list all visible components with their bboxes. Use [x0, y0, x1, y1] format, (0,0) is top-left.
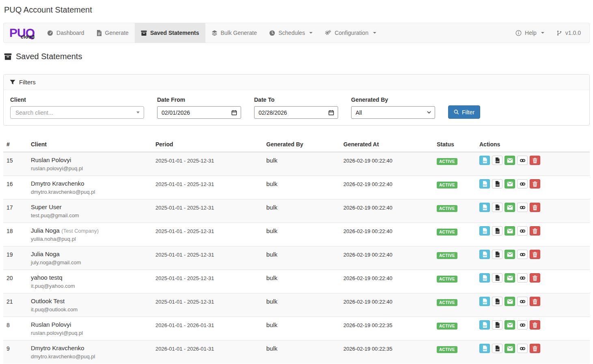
client-label: Client	[10, 96, 144, 103]
client-name: Outlook Test	[31, 298, 65, 304]
copy-link-button[interactable]	[517, 203, 528, 212]
nav-item-configuration[interactable]: Configuration	[319, 23, 382, 43]
link-icon	[520, 158, 526, 163]
chevron-down-icon	[427, 111, 431, 114]
dashboard-icon	[47, 30, 53, 36]
generated-by: bulk	[263, 199, 340, 223]
delete-button[interactable]	[530, 273, 540, 283]
download-csv-button[interactable]: CSV	[492, 179, 502, 188]
delete-button[interactable]	[530, 226, 540, 236]
actions-cell: PDF CSV	[476, 176, 590, 199]
nav-item-dashboard[interactable]: Dashboard	[41, 23, 91, 43]
client-cell: yahoo testq it.puq@yahoo.com	[28, 270, 152, 293]
send-email-button[interactable]	[505, 273, 515, 283]
download-pdf-button[interactable]: PDF	[479, 273, 490, 283]
delete-button[interactable]	[530, 250, 540, 259]
download-csv-button[interactable]: CSV	[492, 273, 502, 283]
date-from-input[interactable]: 02/01/2026	[157, 106, 241, 119]
copy-link-button[interactable]	[517, 156, 528, 165]
link-icon	[520, 182, 526, 186]
delete-button[interactable]	[530, 203, 540, 212]
navbar-right: Help v1.0.0	[509, 23, 589, 43]
link-icon	[520, 323, 526, 328]
client-search-placeholder: Search client...	[15, 109, 53, 116]
copy-link-button[interactable]	[517, 320, 528, 330]
svg-text:CSV: CSV	[496, 231, 499, 233]
nav-item-bulk-generate[interactable]: Bulk Generate	[205, 23, 263, 43]
filters-panel-body: Client Search client... Date From 02/01/…	[4, 90, 589, 125]
copy-link-button[interactable]	[517, 179, 528, 188]
filter-button[interactable]: Filter	[448, 105, 480, 119]
actions-cell: PDF CSV	[476, 223, 590, 246]
copy-link-button[interactable]	[517, 250, 528, 259]
nav-label: Configuration	[334, 30, 368, 36]
download-csv-button[interactable]: CSV	[492, 344, 502, 353]
download-pdf-button[interactable]: PDF	[479, 250, 490, 259]
copy-link-button[interactable]	[517, 273, 528, 283]
send-email-button[interactable]	[505, 250, 515, 259]
client-cell: Ruslan Polovyi ruslan.polovyi@puq.pl	[28, 152, 152, 176]
status-cell: ACTIVE	[433, 317, 476, 340]
link-icon	[520, 299, 526, 304]
svg-text:PDF: PDF	[483, 161, 487, 163]
download-pdf-button[interactable]: PDF	[479, 179, 490, 188]
delete-button[interactable]	[530, 297, 540, 306]
generated-by-select[interactable]: All	[351, 106, 435, 119]
status-badge: ACTIVE	[437, 205, 457, 212]
nav-item-help[interactable]: Help	[509, 23, 550, 43]
status-cell: ACTIVE	[433, 199, 476, 223]
filter-funnel-icon	[10, 79, 15, 85]
table-header-row: # Client Period Generated By Generated A…	[3, 136, 590, 152]
download-csv-button[interactable]: CSV	[492, 250, 502, 259]
download-csv-button[interactable]: CSV	[492, 226, 502, 236]
header-client: Client	[28, 136, 152, 152]
nav-item-generate[interactable]: Generate	[91, 23, 135, 43]
chevron-down-icon	[309, 32, 313, 34]
download-csv-button[interactable]: CSV	[492, 297, 502, 306]
copy-link-button[interactable]	[517, 344, 528, 353]
status-badge: ACTIVE	[437, 323, 457, 330]
send-email-button[interactable]	[505, 344, 515, 353]
brand-logo[interactable]: PUQ cloud	[4, 23, 41, 43]
send-email-button[interactable]	[505, 156, 515, 165]
nav-item-version[interactable]: v1.0.0	[550, 23, 587, 43]
download-pdf-button[interactable]: PDF	[479, 297, 490, 306]
csv-file-icon: CSV	[495, 275, 500, 281]
generated-by-label: Generated By	[351, 96, 435, 103]
nav-item-saved-statements[interactable]: Saved Statements	[135, 23, 205, 43]
download-pdf-button[interactable]: PDF	[479, 226, 490, 236]
delete-button[interactable]	[530, 179, 540, 188]
download-pdf-button[interactable]: PDF	[479, 156, 490, 165]
table-row: 17 Super User test.puq@gmail.com 2025-01…	[3, 199, 590, 223]
client-name: Dmytro Kravchenko	[31, 180, 84, 187]
delete-button[interactable]	[530, 344, 540, 353]
download-pdf-button[interactable]: PDF	[479, 203, 490, 212]
delete-button[interactable]	[530, 156, 540, 165]
send-email-button[interactable]	[505, 179, 515, 188]
send-email-button[interactable]	[505, 320, 515, 330]
download-csv-button[interactable]: CSV	[492, 320, 502, 330]
delete-button[interactable]	[530, 320, 540, 330]
download-pdf-button[interactable]: PDF	[479, 344, 490, 353]
link-icon	[520, 229, 526, 233]
client-search-select[interactable]: Search client...	[10, 106, 144, 119]
period: 2025-01-01 - 2025-12-31	[152, 293, 263, 317]
page-heading-text: Saved Statements	[16, 52, 82, 61]
nav-item-schedules[interactable]: Schedules	[263, 23, 319, 43]
pdf-file-icon: PDF	[482, 157, 487, 163]
copy-link-button[interactable]	[517, 297, 528, 306]
send-email-button[interactable]	[505, 226, 515, 236]
git-branch-icon	[556, 30, 562, 36]
send-email-button[interactable]	[505, 297, 515, 306]
date-to-input[interactable]: 02/28/2026	[254, 106, 338, 119]
download-pdf-button[interactable]: PDF	[479, 320, 490, 330]
copy-link-button[interactable]	[517, 226, 528, 236]
client-email: dmytro.kravchenko@puq.pl	[31, 189, 149, 195]
send-email-button[interactable]	[505, 203, 515, 212]
download-csv-button[interactable]: CSV	[492, 156, 502, 165]
status-badge: ACTIVE	[437, 158, 457, 165]
nav-label: Dashboard	[56, 30, 84, 36]
download-csv-button[interactable]: CSV	[492, 203, 502, 212]
chevron-down-icon	[373, 32, 376, 34]
client-email: yuliia.noha@puq.pl	[31, 236, 149, 242]
